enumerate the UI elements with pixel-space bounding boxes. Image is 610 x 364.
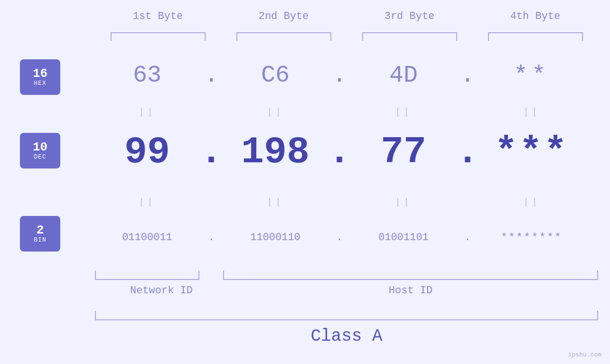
eq1-col4: || xyxy=(479,107,584,118)
dec-base-number: 10 xyxy=(33,141,47,153)
dec-dot-2: . xyxy=(328,131,351,174)
byte1-top-bracket xyxy=(111,32,206,41)
eq1-col2: || xyxy=(223,107,328,118)
class-label: Class A xyxy=(95,327,598,346)
byte3-header: 3rd Byte xyxy=(357,10,462,22)
dec-dot-1: . xyxy=(199,131,223,174)
bin-val-1: 01100011 xyxy=(95,232,199,243)
eq2-col2: || xyxy=(223,197,328,208)
network-id-label: Network ID xyxy=(95,285,228,297)
hex-dot-2: . xyxy=(328,62,351,89)
eq2-col3: || xyxy=(351,197,456,208)
watermark: ipshu.com xyxy=(568,351,601,358)
byte1-header: 1st Byte xyxy=(106,10,210,22)
page: 1st Byte 2nd Byte 3rd Byte 4th Byte 16 H… xyxy=(0,0,610,364)
dec-badge: 10 DEC xyxy=(20,133,60,168)
hex-badge: 16 HEX xyxy=(20,59,60,95)
hex-base-label: HEX xyxy=(34,80,46,87)
byte4-header: 4th Byte xyxy=(483,10,588,22)
byte2-header: 2nd Byte xyxy=(232,10,336,22)
dec-val-3: 77 xyxy=(351,131,456,174)
hex-dot-3: . xyxy=(456,62,479,89)
bin-dot-3: . xyxy=(456,232,479,243)
eq1-col3: || xyxy=(351,107,456,118)
hex-val-4: ** xyxy=(479,62,584,89)
byte3-top-bracket xyxy=(362,32,457,41)
byte4-top-bracket xyxy=(488,32,583,41)
eq2-col4: || xyxy=(479,197,584,208)
bin-base-number: 2 xyxy=(37,224,44,236)
bin-val-4: ******** xyxy=(479,232,584,243)
hex-dot-1: . xyxy=(199,62,223,89)
bin-val-2: 11000110 xyxy=(223,232,328,243)
hex-base-number: 16 xyxy=(33,67,47,80)
bin-badge: 2 BIN xyxy=(20,216,60,252)
dec-val-2: 198 xyxy=(223,131,328,174)
hex-val-2: C6 xyxy=(223,62,328,89)
bin-val-3: 01001101 xyxy=(351,232,456,243)
bin-base-label: BIN xyxy=(34,236,46,243)
dec-base-label: DEC xyxy=(34,153,46,160)
byte2-top-bracket xyxy=(236,32,331,41)
class-bracket xyxy=(95,311,598,320)
eq2-col1: || xyxy=(95,197,199,208)
hex-val-1: 63 xyxy=(95,62,199,89)
host-id-label: Host ID xyxy=(223,285,598,297)
bin-dot-2: . xyxy=(328,232,351,243)
host-id-bracket xyxy=(223,271,598,280)
eq1-col1: || xyxy=(95,107,199,118)
dec-dot-3: . xyxy=(456,131,479,174)
network-id-bracket xyxy=(95,271,199,280)
hex-val-3: 4D xyxy=(351,62,456,89)
dec-val-1: 99 xyxy=(95,131,199,174)
dec-val-4: *** xyxy=(479,131,584,174)
bin-dot-1: . xyxy=(199,232,223,243)
